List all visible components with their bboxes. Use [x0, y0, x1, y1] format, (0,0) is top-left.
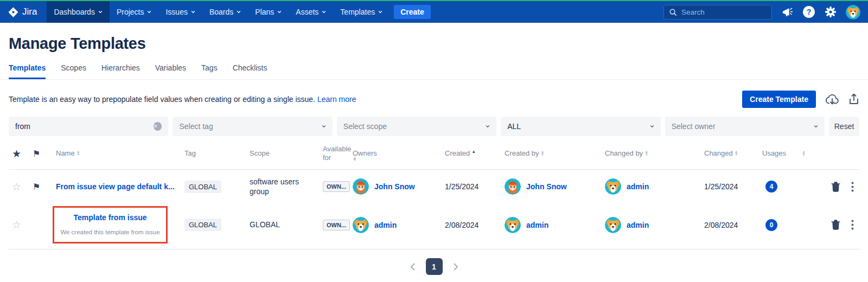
type-filter-select[interactable]: ALL: [501, 117, 660, 136]
global-search[interactable]: [663, 5, 772, 20]
changed-by-link[interactable]: admin: [627, 182, 649, 191]
column-header-created[interactable]: Created ▲: [445, 149, 505, 158]
created-date: 1/25/2024: [445, 182, 505, 191]
export-icon[interactable]: [848, 93, 859, 105]
sort-icon: ▲▼: [802, 151, 806, 156]
nav-item-label: Projects: [117, 8, 144, 16]
template-description: We created this template from issue: [59, 229, 162, 235]
chevron-down-icon: [650, 125, 654, 128]
chevron-down-icon: [277, 11, 282, 14]
jira-logo[interactable]: Jira: [0, 1, 47, 23]
more-actions-kebab-icon[interactable]: [851, 182, 854, 192]
chevron-down-icon: [322, 11, 326, 14]
column-header-created-by[interactable]: Created by ▲▼: [505, 149, 605, 158]
import-cloud-icon[interactable]: [825, 93, 839, 105]
scope-filter-placeholder: Select scope: [343, 122, 387, 131]
scope-value: software users group: [250, 177, 323, 197]
user-avatar[interactable]: [846, 5, 860, 20]
favorite-star-icon[interactable]: ☆: [9, 219, 33, 231]
column-header-changed[interactable]: Changed ▲▼: [704, 149, 762, 158]
tab-templates[interactable]: Templates: [9, 63, 46, 79]
sort-icon: ▲▼: [735, 151, 738, 156]
created-by-link[interactable]: John Snow: [526, 182, 567, 191]
tab-variables[interactable]: Variables: [155, 63, 186, 79]
table-row: ☆ Template from issue We created this te…: [9, 204, 859, 249]
chevron-down-icon: [378, 11, 382, 14]
scope-filter-select[interactable]: Select scope: [337, 117, 496, 136]
changed-by-link[interactable]: admin: [627, 221, 649, 229]
delete-trash-icon[interactable]: [831, 220, 840, 230]
nav-item-projects[interactable]: Projects: [110, 1, 159, 23]
description-body: Template is an easy way to prepopulate f…: [9, 95, 315, 104]
reset-filters-button[interactable]: Reset: [829, 117, 859, 136]
delete-trash-icon[interactable]: [831, 182, 840, 192]
owner-link[interactable]: admin: [374, 221, 397, 229]
previous-page-icon[interactable]: [410, 263, 415, 271]
favorite-star-icon[interactable]: ☆: [9, 181, 33, 193]
column-header-tag[interactable]: Tag: [184, 149, 250, 158]
tab-scopes[interactable]: Scopes: [61, 63, 86, 79]
column-header-available-for[interactable]: Available for ▲▼: [323, 145, 353, 163]
type-filter-value: ALL: [507, 122, 521, 131]
column-header-owners[interactable]: Owners: [353, 149, 445, 158]
nav-item-dashboards[interactable]: Dashboards: [47, 1, 110, 23]
owner-link[interactable]: John Snow: [374, 182, 415, 191]
column-header-usages[interactable]: Usages ▲▼: [762, 149, 808, 158]
owner-avatar[interactable]: [353, 217, 369, 233]
tab-checklists[interactable]: Checklists: [233, 63, 267, 79]
name-filter-field[interactable]: [15, 122, 154, 131]
create-button[interactable]: Create: [394, 5, 431, 19]
nav-item-plans[interactable]: Plans: [248, 1, 289, 23]
more-actions-kebab-icon[interactable]: [851, 220, 854, 230]
owner-filter-placeholder: Select owner: [672, 122, 716, 131]
owner-filter-select[interactable]: Select owner: [665, 117, 825, 136]
nav-item-assets[interactable]: Assets: [289, 1, 333, 23]
usages-badge: 0: [765, 219, 777, 231]
description-row: Template is an easy way to prepopulate f…: [0, 80, 868, 108]
owner-avatar[interactable]: [353, 178, 369, 195]
flag-icon[interactable]: ⚑: [33, 182, 52, 192]
page-title: Manage Templates: [0, 23, 868, 53]
changed-by-avatar[interactable]: [605, 178, 621, 195]
page-number-current[interactable]: 1: [426, 258, 443, 275]
created-by-avatar[interactable]: [505, 217, 521, 233]
tab-hierarchies[interactable]: Hierarchies: [101, 63, 140, 79]
created-by-avatar[interactable]: [505, 178, 521, 195]
changed-date: 1/25/2024: [704, 182, 762, 191]
scope-value: GLOBAL: [250, 220, 323, 230]
flag-header-icon[interactable]: ⚑: [33, 149, 52, 159]
next-page-icon[interactable]: [454, 263, 458, 271]
favorite-star-header-icon[interactable]: ★: [9, 148, 33, 160]
help-icon[interactable]: ?: [802, 5, 815, 18]
nav-item-label: Issues: [165, 8, 187, 16]
create-template-button[interactable]: Create Template: [742, 91, 816, 108]
template-name-link[interactable]: From issue view page default k...: [56, 182, 175, 191]
column-header-changed-by[interactable]: Changed by ▲▼: [605, 149, 704, 158]
column-header-scope[interactable]: Scope: [250, 149, 323, 158]
tab-tags[interactable]: Tags: [201, 63, 218, 79]
chevron-down-icon: [322, 125, 326, 128]
column-header-name[interactable]: Name ▲▼: [52, 149, 184, 158]
nav-item-boards[interactable]: Boards: [202, 1, 248, 23]
available-for-chip: OWN...: [323, 181, 350, 192]
search-input[interactable]: [681, 8, 763, 16]
annotation-highlight-box: Template from issue We created this temp…: [53, 206, 168, 243]
owner-cell: admin: [353, 217, 445, 233]
header-label: Available for: [323, 145, 352, 163]
nav-item-issues[interactable]: Issues: [158, 1, 202, 23]
tag-filter-select[interactable]: Select tag: [173, 117, 332, 136]
settings-gear-icon[interactable]: [824, 5, 837, 18]
changed-by-avatar[interactable]: [605, 217, 621, 233]
template-name-link[interactable]: Template from issue: [73, 213, 146, 222]
header-label: Scope: [250, 149, 270, 158]
header-label: Changed: [704, 149, 733, 158]
announcements-icon[interactable]: [781, 5, 794, 18]
clear-filter-icon[interactable]: ×: [154, 122, 162, 131]
learn-more-link[interactable]: Learn more: [317, 95, 356, 104]
created-by-link[interactable]: admin: [526, 221, 548, 229]
sort-ascending-icon: ▲: [471, 151, 476, 153]
nav-item-templates[interactable]: Templates: [333, 1, 390, 23]
name-filter-input[interactable]: ×: [9, 117, 168, 136]
created-date: 2/08/2024: [445, 221, 505, 229]
chevron-down-icon: [237, 11, 241, 14]
